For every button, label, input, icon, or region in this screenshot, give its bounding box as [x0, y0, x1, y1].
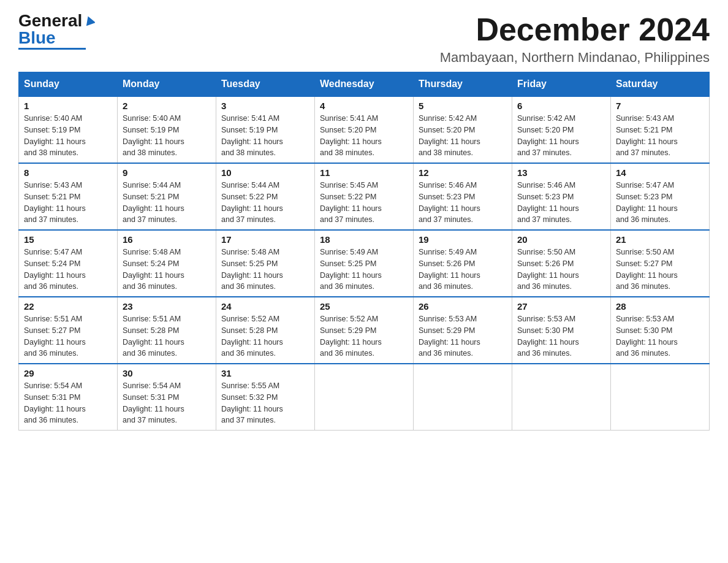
day-info: Sunrise: 5:53 AM Sunset: 5:30 PM Dayligh…: [517, 313, 605, 359]
calendar-cell: 30 Sunrise: 5:54 AM Sunset: 5:31 PM Dayl…: [118, 364, 216, 431]
day-number: 15: [24, 234, 112, 245]
day-number: 11: [320, 167, 408, 178]
day-info: Sunrise: 5:50 AM Sunset: 5:27 PM Dayligh…: [616, 247, 704, 293]
calendar-cell: 21 Sunrise: 5:50 AM Sunset: 5:27 PM Dayl…: [611, 230, 710, 297]
day-info: Sunrise: 5:49 AM Sunset: 5:26 PM Dayligh…: [419, 247, 507, 293]
day-number: 22: [24, 301, 112, 312]
col-header-tuesday: Tuesday: [216, 72, 315, 97]
day-number: 6: [517, 101, 605, 111]
calendar-cell: 6 Sunrise: 5:42 AM Sunset: 5:20 PM Dayli…: [512, 96, 611, 163]
calendar-cell: 7 Sunrise: 5:43 AM Sunset: 5:21 PM Dayli…: [611, 96, 710, 163]
calendar-cell: 18 Sunrise: 5:49 AM Sunset: 5:25 PM Dayl…: [315, 230, 414, 297]
location-subtitle: Mambayaan, Northern Mindanao, Philippine…: [440, 50, 710, 66]
calendar-cell: 10 Sunrise: 5:44 AM Sunset: 5:22 PM Dayl…: [216, 163, 315, 230]
day-info: Sunrise: 5:42 AM Sunset: 5:20 PM Dayligh…: [517, 113, 605, 159]
calendar-cell: 23 Sunrise: 5:51 AM Sunset: 5:28 PM Dayl…: [118, 297, 216, 364]
title-block: December 2024 Mambayaan, Northern Mindan…: [440, 12, 710, 66]
calendar-cell: 17 Sunrise: 5:48 AM Sunset: 5:25 PM Dayl…: [216, 230, 315, 297]
calendar-cell: 20 Sunrise: 5:50 AM Sunset: 5:26 PM Dayl…: [512, 230, 611, 297]
svg-marker-0: [84, 15, 95, 26]
calendar-cell: 12 Sunrise: 5:46 AM Sunset: 5:23 PM Dayl…: [414, 163, 512, 230]
logo: General Blue: [18, 12, 95, 50]
day-number: 24: [221, 301, 309, 312]
calendar-cell: 24 Sunrise: 5:52 AM Sunset: 5:28 PM Dayl…: [216, 297, 315, 364]
day-number: 2: [123, 101, 211, 111]
col-header-monday: Monday: [118, 72, 216, 97]
day-info: Sunrise: 5:54 AM Sunset: 5:31 PM Dayligh…: [24, 380, 112, 426]
day-number: 26: [419, 301, 507, 312]
calendar-cell: 5 Sunrise: 5:42 AM Sunset: 5:20 PM Dayli…: [414, 96, 512, 163]
day-number: 19: [419, 234, 507, 245]
day-info: Sunrise: 5:44 AM Sunset: 5:21 PM Dayligh…: [123, 180, 211, 226]
calendar-cell: [315, 364, 414, 431]
day-number: 5: [419, 101, 507, 111]
day-info: Sunrise: 5:44 AM Sunset: 5:22 PM Dayligh…: [221, 180, 309, 226]
calendar-cell: 31 Sunrise: 5:55 AM Sunset: 5:32 PM Dayl…: [216, 364, 315, 431]
day-number: 27: [517, 301, 605, 312]
day-info: Sunrise: 5:41 AM Sunset: 5:19 PM Dayligh…: [221, 113, 309, 159]
calendar-cell: 3 Sunrise: 5:41 AM Sunset: 5:19 PM Dayli…: [216, 96, 315, 163]
day-number: 16: [123, 234, 211, 245]
col-header-friday: Friday: [512, 72, 611, 97]
calendar-cell: 26 Sunrise: 5:53 AM Sunset: 5:29 PM Dayl…: [414, 297, 512, 364]
day-info: Sunrise: 5:52 AM Sunset: 5:28 PM Dayligh…: [221, 313, 309, 359]
calendar-cell: 1 Sunrise: 5:40 AM Sunset: 5:19 PM Dayli…: [19, 96, 118, 163]
logo-triangle-icon: [84, 15, 95, 28]
calendar-table: SundayMondayTuesdayWednesdayThursdayFrid…: [18, 72, 710, 431]
month-title: December 2024: [440, 12, 710, 47]
page-header: General Blue December 2024 Mambayaan, No…: [18, 12, 710, 66]
day-number: 1: [24, 101, 112, 111]
day-info: Sunrise: 5:42 AM Sunset: 5:20 PM Dayligh…: [419, 113, 507, 159]
calendar-cell: 4 Sunrise: 5:41 AM Sunset: 5:20 PM Dayli…: [315, 96, 414, 163]
calendar-cell: 22 Sunrise: 5:51 AM Sunset: 5:27 PM Dayl…: [19, 297, 118, 364]
day-info: Sunrise: 5:49 AM Sunset: 5:25 PM Dayligh…: [320, 247, 408, 293]
calendar-week-row: 8 Sunrise: 5:43 AM Sunset: 5:21 PM Dayli…: [19, 163, 710, 230]
calendar-week-row: 29 Sunrise: 5:54 AM Sunset: 5:31 PM Dayl…: [19, 364, 710, 431]
day-number: 10: [221, 167, 309, 178]
day-number: 23: [123, 301, 211, 312]
logo-underline: [18, 48, 86, 50]
day-number: 14: [616, 167, 704, 178]
day-info: Sunrise: 5:51 AM Sunset: 5:27 PM Dayligh…: [24, 313, 112, 359]
calendar-cell: [512, 364, 611, 431]
calendar-header-row: SundayMondayTuesdayWednesdayThursdayFrid…: [19, 72, 710, 97]
calendar-cell: 2 Sunrise: 5:40 AM Sunset: 5:19 PM Dayli…: [118, 96, 216, 163]
calendar-cell: 13 Sunrise: 5:46 AM Sunset: 5:23 PM Dayl…: [512, 163, 611, 230]
calendar-cell: [611, 364, 710, 431]
day-info: Sunrise: 5:54 AM Sunset: 5:31 PM Dayligh…: [123, 380, 211, 426]
calendar-cell: 15 Sunrise: 5:47 AM Sunset: 5:24 PM Dayl…: [19, 230, 118, 297]
calendar-cell: 27 Sunrise: 5:53 AM Sunset: 5:30 PM Dayl…: [512, 297, 611, 364]
day-info: Sunrise: 5:40 AM Sunset: 5:19 PM Dayligh…: [24, 113, 112, 159]
day-number: 17: [221, 234, 309, 245]
day-number: 13: [517, 167, 605, 178]
calendar-cell: 16 Sunrise: 5:48 AM Sunset: 5:24 PM Dayl…: [118, 230, 216, 297]
calendar-cell: 14 Sunrise: 5:47 AM Sunset: 5:23 PM Dayl…: [611, 163, 710, 230]
day-info: Sunrise: 5:53 AM Sunset: 5:29 PM Dayligh…: [419, 313, 507, 359]
day-info: Sunrise: 5:40 AM Sunset: 5:19 PM Dayligh…: [123, 113, 211, 159]
day-info: Sunrise: 5:43 AM Sunset: 5:21 PM Dayligh…: [616, 113, 704, 159]
calendar-cell: 11 Sunrise: 5:45 AM Sunset: 5:22 PM Dayl…: [315, 163, 414, 230]
col-header-thursday: Thursday: [414, 72, 512, 97]
col-header-wednesday: Wednesday: [315, 72, 414, 97]
day-info: Sunrise: 5:52 AM Sunset: 5:29 PM Dayligh…: [320, 313, 408, 359]
day-info: Sunrise: 5:48 AM Sunset: 5:25 PM Dayligh…: [221, 247, 309, 293]
day-number: 9: [123, 167, 211, 178]
day-info: Sunrise: 5:45 AM Sunset: 5:22 PM Dayligh…: [320, 180, 408, 226]
calendar-cell: [414, 364, 512, 431]
day-info: Sunrise: 5:48 AM Sunset: 5:24 PM Dayligh…: [123, 247, 211, 293]
day-info: Sunrise: 5:55 AM Sunset: 5:32 PM Dayligh…: [221, 380, 309, 426]
day-info: Sunrise: 5:47 AM Sunset: 5:23 PM Dayligh…: [616, 180, 704, 226]
day-info: Sunrise: 5:53 AM Sunset: 5:30 PM Dayligh…: [616, 313, 704, 359]
col-header-saturday: Saturday: [611, 72, 710, 97]
calendar-cell: 29 Sunrise: 5:54 AM Sunset: 5:31 PM Dayl…: [19, 364, 118, 431]
calendar-cell: 8 Sunrise: 5:43 AM Sunset: 5:21 PM Dayli…: [19, 163, 118, 230]
day-number: 31: [221, 368, 309, 378]
calendar-week-row: 15 Sunrise: 5:47 AM Sunset: 5:24 PM Dayl…: [19, 230, 710, 297]
day-number: 12: [419, 167, 507, 178]
day-number: 8: [24, 167, 112, 178]
calendar-week-row: 1 Sunrise: 5:40 AM Sunset: 5:19 PM Dayli…: [19, 96, 710, 163]
day-info: Sunrise: 5:51 AM Sunset: 5:28 PM Dayligh…: [123, 313, 211, 359]
calendar-cell: 9 Sunrise: 5:44 AM Sunset: 5:21 PM Dayli…: [118, 163, 216, 230]
day-number: 29: [24, 368, 112, 378]
day-number: 18: [320, 234, 408, 245]
